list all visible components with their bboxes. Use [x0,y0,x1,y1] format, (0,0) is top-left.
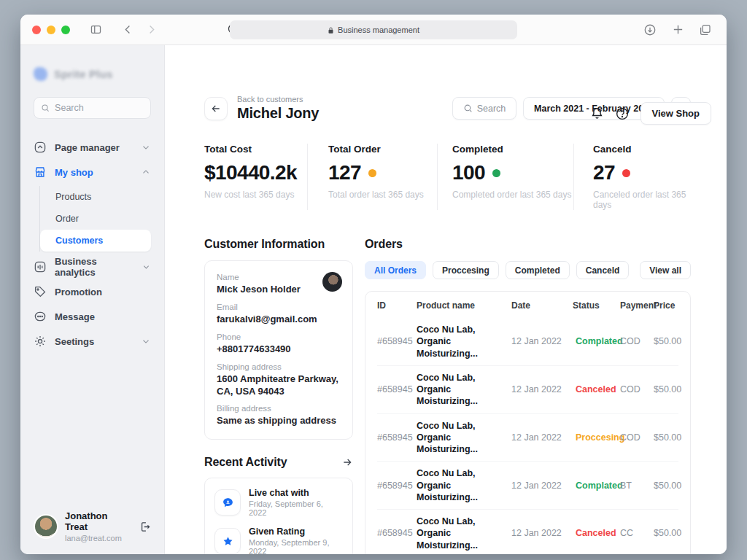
sidebar-item-customers[interactable]: Customers [40,230,151,252]
orders-title: Orders [365,238,691,251]
field-label: Shipping address [217,362,341,371]
back-button[interactable] [204,97,228,120]
notifications-bell-icon[interactable] [590,106,604,120]
sidebar-item-label: Business analytics [55,256,133,278]
stat-value: 127 [328,161,361,184]
minimize-window-button[interactable] [47,26,55,34]
activity-item-rating[interactable]: Given Rating Monday, September 9, 2022 [214,526,343,554]
sidebar-item-page-manager[interactable]: Page manager [34,135,151,160]
order-status: Complated [573,481,620,491]
gear-icon [34,335,47,348]
stat-total-order: Total Order 127 Total order last 365 day… [308,144,438,210]
back-nav-icon[interactable] [118,20,137,39]
sidebar: Sprite Plus Page manager My shop [20,45,165,554]
sidebar-item-promotion[interactable]: Promotion [34,279,151,304]
sidebar-item-label: Order [55,214,79,224]
forward-nav-icon[interactable] [142,20,160,39]
table-row[interactable]: #658945 Coco Nu Lab, Organic Moisturizin… [377,365,678,413]
browser-window: Business management Sprite Plus [20,15,727,554]
user-email: lana@treat.com [65,534,132,542]
chevron-down-icon [141,336,151,346]
tab-overview-icon[interactable] [696,20,715,39]
search-button[interactable]: Search [452,97,516,120]
customer-avatar [322,272,342,292]
order-payment: COD [620,432,654,443]
sidebar-item-products[interactable]: Products [40,186,151,208]
order-id: #658945 [377,528,417,538]
customer-info-title: Customer Information [204,238,353,251]
breadcrumb[interactable]: Back to customers [237,95,319,104]
sidebar-item-order[interactable]: Order [40,208,151,230]
sidebar-search[interactable] [34,97,151,119]
stat-label: Canceld [593,144,691,155]
col-header-price: Price [654,300,678,311]
activity-item-live-chat[interactable]: Live chat with Friday, September 6, 2022 [214,488,343,517]
activity-title: Live chat with [249,488,343,498]
close-window-button[interactable] [32,26,41,34]
order-payment: CC [620,528,654,538]
user-name: Jonathon Treat [65,510,132,532]
order-id: #658945 [377,432,417,443]
tab-completed[interactable]: Completed [506,261,570,279]
tab-all-orders[interactable]: All Orders [365,261,426,279]
downloads-icon[interactable] [640,20,659,39]
sidebar-item-message[interactable]: Message [34,304,151,329]
order-date: 12 Jan 2022 [511,432,573,443]
stat-value: 100 [452,161,485,184]
search-button-label: Search [477,104,506,114]
order-status: Complated [573,336,620,346]
stat-label: Total Cost [204,144,307,155]
search-icon [41,103,50,113]
stat-sub: Total order last 365 days [328,190,437,200]
view-all-button[interactable]: View all [640,261,691,279]
search-input[interactable] [55,103,144,113]
my-shop-submenu: Products Order Customers [39,186,151,252]
col-header-status: Status [573,300,620,311]
table-row[interactable]: #658945 Coco Nu Lab, Organic Moisturizin… [377,461,678,509]
order-date: 12 Jan 2022 [511,384,573,394]
tab-canceled[interactable]: Canceld [576,261,630,279]
browser-toolbar: Business management [20,15,727,45]
sidebar-item-label: Message [55,311,95,322]
order-payment: COD [620,384,654,394]
order-status: Canceled [573,528,620,538]
sidebar-item-business-analytics[interactable]: Business analytics [34,254,151,279]
field-shipping-address: Shipping address 1600 Amphiteatre Parkwa… [217,362,341,398]
field-value: +8801774633490 [217,343,341,356]
arrow-right-icon[interactable] [341,456,353,468]
table-row[interactable]: #658945 Coco Nu Lab, Organic Moisturizin… [377,318,678,365]
sidebar-item-settings[interactable]: Seetings [34,329,151,354]
sidebar-item-label: Products [55,192,91,202]
table-row[interactable]: #658945 Coco Nu Lab, Organic Moisturizin… [377,413,678,462]
col-header-date: Date [511,300,573,311]
order-id: #658945 [377,481,417,491]
logo-icon [34,67,47,81]
order-price: $50.00 [654,336,681,346]
status-dot [622,169,630,177]
logout-icon[interactable] [139,521,151,533]
stat-label: Total Order [328,144,437,155]
view-shop-button[interactable]: View Shop [640,102,712,125]
sidebar-item-label: Page manager [55,142,120,153]
customer-info-card: Name Mick Jeson Holder Email farukalvi8@… [204,260,353,440]
order-product: Coco Nu Lab, Organic Moisturizing... [417,516,511,551]
table-row[interactable]: #658945 Coco Nu Lab, Organic Moisturizin… [377,509,678,554]
recent-activity-title: Recent Activity [204,456,287,469]
order-date: 12 Jan 2022 [511,528,573,538]
sidebar-item-my-shop[interactable]: My shop [34,160,151,184]
live-chat-icon [214,489,241,516]
user-avatar [34,514,58,539]
field-billing-address: Billing address Same as shipping address [217,404,341,427]
address-bar[interactable]: Business management [230,20,517,39]
zoom-window-button[interactable] [61,26,70,34]
order-payment: BT [620,481,654,491]
help-icon[interactable] [615,106,630,121]
new-tab-icon[interactable] [668,20,687,39]
traffic-lights [32,26,70,34]
arrow-left-icon [210,103,222,114]
app-logo: Sprite Plus [34,67,151,81]
tab-processing[interactable]: Proccesing [433,261,499,279]
sidebar-user[interactable]: Jonathon Treat lana@treat.com [34,510,151,542]
sidebar-toggle-icon[interactable] [86,20,105,39]
stat-completed: Completed 100 Completed order last 365 d… [438,144,574,210]
